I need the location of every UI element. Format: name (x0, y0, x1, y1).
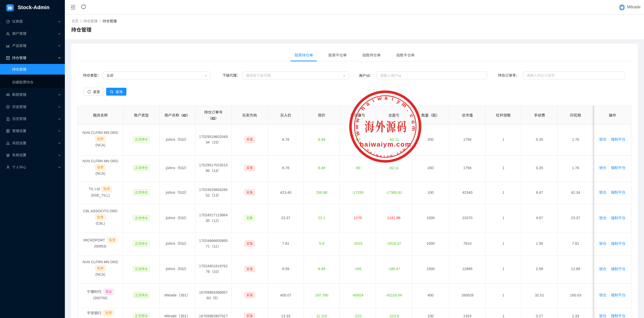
svg-text:$: $ (7, 106, 9, 108)
